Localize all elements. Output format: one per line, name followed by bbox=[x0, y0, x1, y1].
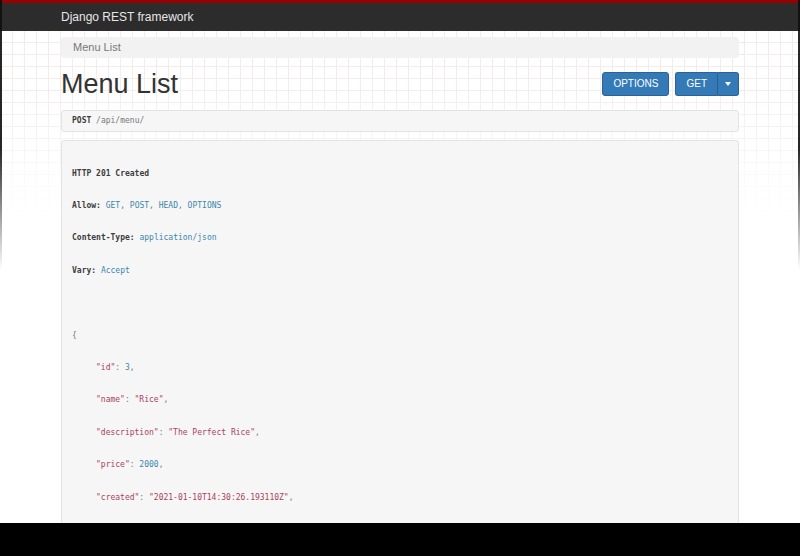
response-header-name: Content-Type: bbox=[72, 233, 135, 242]
response-panel: HTTP 201 Created Allow: GET, POST, HEAD,… bbox=[61, 140, 739, 523]
response-header-value: application/json bbox=[139, 233, 216, 242]
left-edge-shadow bbox=[0, 0, 2, 270]
page-title: Menu List bbox=[61, 70, 178, 98]
json-value: 2000 bbox=[139, 460, 158, 469]
navbar: Django REST framework bbox=[0, 3, 800, 31]
request-line: POST /api/menu/ bbox=[61, 110, 739, 132]
json-value: "Rice" bbox=[135, 395, 164, 404]
json-key: "created" bbox=[96, 493, 139, 502]
response-header-value: GET, POST, HEAD, OPTIONS bbox=[106, 201, 222, 210]
json-open-brace: { bbox=[72, 331, 77, 340]
json-field-row: "name": "Rice", bbox=[72, 395, 728, 406]
json-field-row: "created": "2021-01-10T14:30:26.193110Z"… bbox=[72, 493, 728, 504]
title-row: Menu List OPTIONS GET bbox=[61, 70, 739, 98]
get-split-button: GET bbox=[675, 72, 739, 96]
json-key: "description" bbox=[96, 428, 159, 437]
json-field-row: "price": 2000, bbox=[72, 460, 728, 471]
response-header-value: Accept bbox=[101, 266, 130, 275]
navbar-brand[interactable]: Django REST framework bbox=[61, 3, 194, 31]
json-key: "price" bbox=[96, 460, 130, 469]
request-path: /api/menu/ bbox=[96, 116, 144, 125]
get-dropdown-toggle[interactable] bbox=[717, 72, 739, 96]
request-buttons: OPTIONS GET bbox=[602, 72, 739, 96]
get-button[interactable]: GET bbox=[675, 72, 717, 96]
breadcrumb-current: Menu List bbox=[73, 41, 121, 53]
response-header-name: Vary: bbox=[72, 266, 96, 275]
json-field-row: "id": 3, bbox=[72, 363, 728, 374]
caret-down-icon bbox=[725, 82, 731, 86]
json-value: "The Perfect Rice" bbox=[168, 428, 255, 437]
breadcrumb: Menu List bbox=[61, 37, 739, 58]
json-key: "id" bbox=[96, 363, 115, 372]
json-value: "2021-01-10T14:30:26.193110Z" bbox=[149, 493, 289, 502]
browser-page: Django REST framework Menu List Menu Lis… bbox=[0, 0, 800, 523]
bottom-black-bar bbox=[0, 523, 800, 556]
response-header-name: Allow: bbox=[72, 201, 101, 210]
response-status: HTTP 201 Created bbox=[72, 169, 149, 178]
json-field-row: "description": "The Perfect Rice", bbox=[72, 428, 728, 439]
json-key: "name" bbox=[96, 395, 125, 404]
request-method: POST bbox=[72, 116, 91, 125]
options-button[interactable]: OPTIONS bbox=[602, 72, 669, 96]
